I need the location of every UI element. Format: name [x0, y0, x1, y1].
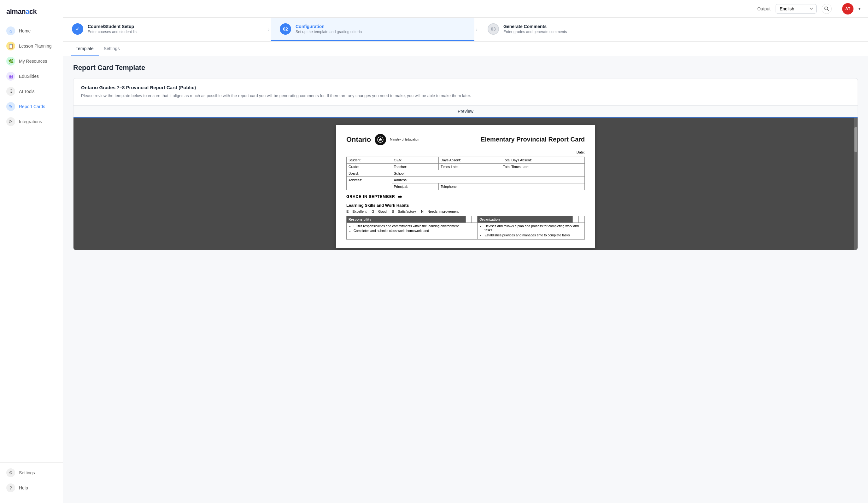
page-body: Report Card Template Ontario Grades 7–8 … — [63, 56, 868, 258]
step-1[interactable]: ✓ Course/Student Setup Enter courses and… — [63, 18, 267, 41]
grade-line — [405, 197, 436, 197]
organization-bullets: Devises and follows a plan and process f… — [477, 222, 585, 240]
topbar-divider — [837, 4, 837, 13]
principal-field: Principal: — [392, 183, 438, 190]
sidebar: almanack ⌂ Home 📋 Lesson Planning 🌿 My R… — [0, 0, 63, 503]
sidebar-item-settings[interactable]: ⚙ Settings — [0, 465, 63, 480]
template-info: Ontario Grades 7–8 Provincial Report Car… — [73, 78, 858, 105]
step-1-text: Course/Student Setup Enter courses and s… — [88, 24, 137, 34]
step-1-subtitle: Enter courses and student list — [88, 30, 137, 34]
step-separator-2: › — [474, 18, 479, 41]
step-2-title: Configuration — [296, 24, 362, 29]
report-preview: Ontario Ministry of Education — [73, 117, 858, 250]
sidebar-label-eduslides: EduSlides — [19, 74, 39, 79]
sidebar-item-help[interactable]: ? Help — [0, 480, 63, 495]
tab-bar: Template Settings — [63, 42, 868, 56]
total-times-late-field: Total Times Late: — [501, 163, 585, 170]
step-1-title: Course/Student Setup — [88, 24, 137, 29]
sidebar-label-aitools: AI Tools — [19, 89, 35, 94]
times-late-field: Times Late: — [438, 163, 501, 170]
sidebar-item-my-resources[interactable]: 🌿 My Resources — [0, 54, 63, 69]
step-3-icon: 03 — [488, 23, 499, 35]
address-left-field: Address: — [347, 177, 392, 190]
sidebar-divider — [0, 462, 63, 463]
output-language-select[interactable]: English French — [776, 4, 817, 13]
skills-table: Responsibility Organization Fu — [346, 216, 585, 240]
help-icon: ? — [6, 483, 15, 492]
preview-bar: Preview — [73, 105, 858, 117]
main-area: Output English French AT ▾ ✓ Course/Stud… — [63, 0, 868, 503]
step-1-icon: ✓ — [72, 23, 83, 35]
sidebar-nav: ⌂ Home 📋 Lesson Planning 🌿 My Resources … — [0, 23, 63, 460]
tab-template[interactable]: Template — [71, 42, 99, 56]
ontario-text: Ontario — [346, 136, 371, 144]
report-date-row: Date: — [346, 150, 585, 154]
sidebar-label-help: Help — [19, 485, 28, 490]
student-field: Student: — [347, 157, 392, 163]
sidebar-label-reportcards: Report Cards — [19, 104, 45, 109]
sidebar-item-home[interactable]: ⌂ Home — [0, 23, 63, 39]
legend-row: E – Excellent G – Good S – Satisfactory … — [346, 210, 585, 213]
total-days-absent-field: Total Days Absent: — [501, 157, 585, 163]
scroll-thumb[interactable] — [855, 127, 857, 152]
step-3[interactable]: 03 Generate Comments Enter grades and ge… — [479, 18, 682, 41]
org-grade-2 — [579, 216, 585, 222]
integrations-icon: ⟳ — [6, 117, 15, 126]
sidebar-label-resources: My Resources — [19, 59, 47, 64]
report-main-title: Elementary Provincial Report Card — [481, 136, 585, 143]
board-field: Board: — [347, 170, 392, 177]
resources-icon: 🌿 — [6, 57, 15, 65]
grade-arrow: ➡ — [398, 194, 402, 200]
step-2-text: Configuration Set up the template and gr… — [296, 24, 362, 34]
step-3-title: Generate Comments — [503, 24, 567, 29]
template-name: Ontario Grades 7–8 Provincial Report Car… — [81, 85, 850, 90]
lesson-icon: 📋 — [6, 42, 15, 50]
step-2-subtitle: Set up the template and grading criteria — [296, 30, 362, 34]
organization-header: Organization — [477, 216, 573, 222]
sidebar-label-integrations: Integrations — [19, 119, 42, 124]
step-2-icon: 02 — [280, 23, 291, 35]
ontario-logo — [375, 134, 386, 145]
oen-field: OEN: — [392, 157, 438, 163]
student-info-table: Student: OEN: Days Absent: Total Days Ab… — [346, 157, 585, 190]
resp-grade-1 — [466, 216, 472, 222]
page-content: ✓ Course/Student Setup Enter courses and… — [63, 18, 868, 503]
template-card: Ontario Grades 7–8 Provincial Report Car… — [73, 78, 858, 250]
step-3-subtitle: Enter grades and generate comments — [503, 30, 567, 34]
page-title: Report Card Template — [73, 64, 858, 72]
scroll-track — [854, 117, 858, 250]
ministry-text: Ministry of Education — [390, 138, 419, 141]
sidebar-label-lesson: Lesson Planning — [19, 43, 52, 49]
telephone-field: Telephone: — [438, 183, 585, 190]
sidebar-item-report-cards[interactable]: ✎ Report Cards — [0, 99, 63, 114]
tab-settings[interactable]: Settings — [99, 42, 125, 56]
output-label: Output — [757, 6, 771, 11]
grade-september-row: GRADE IN SEPTEMBER ➡ — [346, 194, 585, 200]
template-description: Please review the template below to ensu… — [81, 93, 850, 99]
report-header: Ontario Ministry of Education — [346, 134, 585, 145]
org-grade-1 — [573, 216, 579, 222]
step-2[interactable]: 02 Configuration Set up the template and… — [271, 18, 474, 41]
user-menu-chevron[interactable]: ▾ — [859, 7, 860, 11]
sidebar-item-ai-tools[interactable]: ⠿ AI Tools — [0, 84, 63, 99]
search-button[interactable] — [822, 4, 832, 14]
sidebar-label-settings: Settings — [19, 470, 35, 475]
user-avatar[interactable]: AT — [842, 3, 854, 14]
report-logo-area: Ontario Ministry of Education — [346, 134, 419, 145]
sidebar-item-lesson-planning[interactable]: 📋 Lesson Planning — [0, 39, 63, 54]
address-right-field: Address: — [392, 177, 585, 183]
responsibility-bullets: Fulfils responsibilities and commitments… — [347, 222, 477, 240]
settings-icon: ⚙ — [6, 468, 15, 477]
step-separator-1: › — [267, 18, 271, 41]
sidebar-item-eduslides[interactable]: ▦ EduSlides — [0, 69, 63, 84]
grade-field: Grade: — [347, 163, 392, 170]
eduslides-icon: ▦ — [6, 72, 15, 81]
reportcards-icon: ✎ — [6, 102, 15, 111]
aitools-icon: ⠿ — [6, 87, 15, 96]
sidebar-item-integrations[interactable]: ⟳ Integrations — [0, 114, 63, 129]
teacher-field: Teacher: — [392, 163, 438, 170]
home-icon: ⌂ — [6, 27, 15, 35]
progress-stepper: ✓ Course/Student Setup Enter courses and… — [63, 18, 868, 42]
sidebar-bottom: ⚙ Settings ? Help — [0, 465, 63, 498]
responsibility-header: Responsibility — [347, 216, 466, 222]
